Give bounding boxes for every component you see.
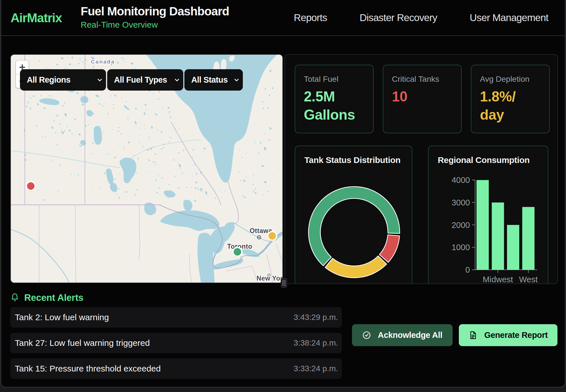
donut-segment-warning[interactable] — [325, 256, 387, 278]
filter-value: All Status — [191, 75, 228, 85]
panel-resize-handle[interactable] — [281, 278, 287, 288]
tank-marker-normal[interactable] — [233, 248, 242, 257]
map-label: Canada — [91, 59, 115, 65]
region-filter-select[interactable]: All Regions — [20, 69, 106, 91]
chevron-down-icon — [97, 77, 103, 83]
title-block: Fuel Monitoring Dashboard Real-Time Over… — [81, 5, 229, 30]
x-axis-tick-label: Midwest — [483, 275, 513, 284]
tank-status-chart-card: Tank Status Distribution — [295, 146, 412, 284]
regional-consumption-chart-card: Regional Consumption 01000200030004000Mi… — [428, 146, 548, 284]
tank-marker-warning[interactable] — [267, 232, 277, 241]
y-axis-tick-label: 2000 — [451, 220, 470, 230]
map-label: New York — [256, 275, 282, 282]
y-axis-tick-label: 0 — [465, 265, 470, 274]
chevron-down-icon — [174, 77, 180, 83]
map[interactable]: CanadaOttawaTorontoNew York + − All Regi… — [10, 54, 283, 283]
alert-time: 3:33:24 p.m. — [294, 364, 338, 373]
regional-consumption-bar-chart: 01000200030004000MidwestWest — [429, 146, 549, 284]
header: AirMatrix Fuel Monitoring Dashboard Real… — [1, 0, 565, 36]
stat-value: 1.8%/ day — [480, 87, 541, 124]
alert-time: 3:43:29 p.m. — [294, 313, 338, 322]
alert-message: Tank 27: Low fuel warning triggered — [15, 338, 150, 348]
page-title: Fuel Monitoring Dashboard — [81, 5, 229, 18]
status-filter-select[interactable]: All Status — [184, 69, 243, 91]
bar-midwest[interactable] — [492, 203, 504, 270]
chevron-down-icon — [234, 77, 239, 83]
stat-label: Total Fuel — [304, 75, 365, 84]
bar-northeast[interactable] — [477, 180, 489, 270]
alert-row[interactable]: Tank 2: Low fuel warning 3:43:29 p.m. — [10, 307, 342, 328]
page-subtitle: Real-Time Overview — [81, 20, 229, 30]
acknowledge-all-button[interactable]: Acknowledge All — [352, 324, 453, 346]
alert-message: Tank 15: Pressure threshold exceeded — [15, 364, 161, 373]
filter-value: All Regions — [27, 75, 70, 85]
y-axis-tick-label: 4000 — [451, 175, 470, 185]
stat-label: Critical Tanks — [392, 75, 453, 84]
alert-time: 3:38:24 p.m. — [294, 338, 338, 348]
stat-value: 10 — [392, 87, 453, 106]
alert-row[interactable]: Tank 15: Pressure threshold exceeded 3:3… — [10, 358, 342, 379]
button-label: Generate Report — [484, 330, 548, 340]
donut-segment-critical[interactable] — [379, 235, 400, 262]
y-axis-tick-label: 3000 — [451, 198, 470, 207]
alert-row[interactable]: Tank 27: Low fuel warning triggered 3:38… — [10, 333, 342, 353]
stat-value: 2.5M Gallons — [304, 87, 365, 124]
file-text-icon — [469, 331, 477, 340]
stat-critical-tanks: Critical Tanks 10 — [383, 65, 462, 133]
bar-west[interactable] — [522, 207, 535, 270]
alerts-title: Recent Alerts — [24, 292, 84, 303]
nav-user-management[interactable]: User Management — [470, 12, 548, 23]
filter-value: All Fuel Types — [114, 75, 167, 85]
bar-south[interactable] — [507, 225, 519, 270]
stat-total-fuel: Total Fuel 2.5M Gallons — [295, 65, 374, 133]
button-label: Acknowledge All — [378, 330, 442, 340]
map-filters: All Regions All Fuel Types All Status — [20, 69, 243, 91]
x-axis-tick-label: West — [519, 275, 538, 284]
metrics-panel: Total Fuel 2.5M Gallons Critical Tanks 1… — [284, 54, 558, 284]
fuel-type-filter-select[interactable]: All Fuel Types — [107, 69, 183, 91]
logo: AirMatrix — [11, 11, 62, 25]
tank-status-donut-chart — [295, 146, 413, 284]
generate-report-button[interactable]: Generate Report — [459, 324, 557, 346]
stat-label: Avg Depletion — [480, 75, 541, 84]
tank-marker-critical[interactable] — [26, 182, 36, 191]
y-axis-tick-label: 1000 — [451, 243, 470, 252]
nav-reports[interactable]: Reports — [294, 12, 327, 23]
check-circle-icon — [362, 331, 371, 340]
main-nav: Reports Disaster Recovery User Managemen… — [294, 12, 548, 23]
nav-disaster-recovery[interactable]: Disaster Recovery — [360, 12, 437, 23]
stat-avg-depletion: Avg Depletion 1.8%/ day — [471, 65, 550, 133]
alert-message: Tank 2: Low fuel warning — [15, 313, 109, 322]
app-window: AirMatrix Fuel Monitoring Dashboard Real… — [1, 0, 565, 387]
bell-icon — [11, 293, 19, 302]
stats-row: Total Fuel 2.5M Gallons Critical Tanks 1… — [295, 65, 550, 133]
